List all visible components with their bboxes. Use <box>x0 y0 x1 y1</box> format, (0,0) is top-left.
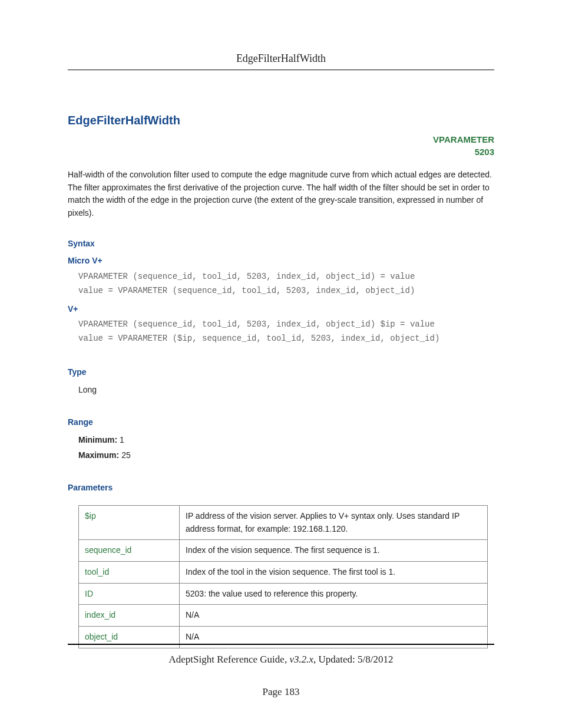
max-label: Maximum: <box>78 450 119 460</box>
description-paragraph: Half-width of the convolution filter use… <box>68 169 494 220</box>
vplus-code: VPARAMETER (sequence_id, tool_id, 5203, … <box>78 318 494 346</box>
max-value: 25 <box>121 450 131 460</box>
document-page: EdgeFilterHalfWidth EdgeFilterHalfWidth … <box>0 0 562 728</box>
vparam-label: VPARAMETER <box>433 134 494 144</box>
min-label: Minimum: <box>78 435 117 444</box>
param-desc: N/A <box>180 605 488 627</box>
page-title: EdgeFilterHalfWidth <box>68 111 494 130</box>
parameters-table: $ipIP address of the vision server. Appl… <box>78 505 488 648</box>
footer-version: , v3.2.x <box>285 654 313 665</box>
vplus-heading: V+ <box>68 303 494 316</box>
min-value: 1 <box>120 435 124 444</box>
param-name: tool_id <box>79 562 180 584</box>
footer-updated: , Updated: 5/8/2012 <box>313 654 394 665</box>
type-heading: Type <box>68 366 494 379</box>
range-min: Minimum: 1 <box>78 434 494 447</box>
param-desc: 5203: the value used to reference this p… <box>180 583 488 605</box>
parameters-heading: Parameters <box>68 482 494 495</box>
footer-rule <box>68 644 494 645</box>
param-name: sequence_id <box>79 540 180 562</box>
table-row: sequence_idIndex of the vision sequence.… <box>79 540 488 562</box>
param-desc: IP address of the vision server. Applies… <box>180 506 488 540</box>
param-name: $ip <box>79 506 180 540</box>
micro-v-code: VPARAMETER (sequence_id, tool_id, 5203, … <box>78 270 494 298</box>
vparameter-badge: VPARAMETER 5203 <box>68 133 494 158</box>
table-row: ID5203: the value used to reference this… <box>79 583 488 605</box>
vparam-id: 5203 <box>475 147 494 157</box>
table-row: $ipIP address of the vision server. Appl… <box>79 506 488 540</box>
footer-guide: AdeptSight Reference Guide <box>169 654 285 665</box>
running-header: EdgeFilterHalfWidth <box>68 51 494 70</box>
syntax-heading: Syntax <box>68 238 494 251</box>
param-name: ID <box>79 583 180 605</box>
type-value: Long <box>78 384 494 397</box>
header-rule <box>68 70 494 70</box>
param-desc: Index of the vision sequence. The first … <box>180 540 488 562</box>
footer-text: AdeptSight Reference Guide, v3.2.x, Upda… <box>68 652 494 667</box>
page-number: Page 183 <box>68 684 494 700</box>
micro-v-heading: Micro V+ <box>68 255 494 268</box>
range-max: Maximum: 25 <box>78 449 494 462</box>
page-footer: AdeptSight Reference Guide, v3.2.x, Upda… <box>68 644 494 700</box>
table-row: tool_idIndex of the tool in the vision s… <box>79 562 488 584</box>
param-name: index_id <box>79 605 180 627</box>
range-heading: Range <box>68 416 494 429</box>
param-desc: Index of the tool in the vision sequence… <box>180 562 488 584</box>
table-row: index_idN/A <box>79 605 488 627</box>
